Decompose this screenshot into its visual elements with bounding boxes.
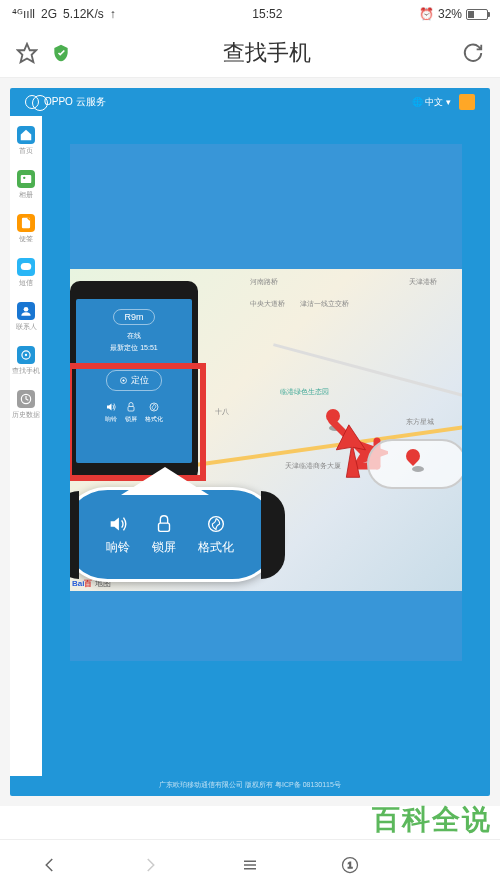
sidebar-label: 便签 <box>19 234 33 244</box>
map-label: 东方星城 <box>406 417 434 427</box>
note-icon <box>17 214 35 232</box>
contact-icon <box>17 302 35 320</box>
bottom-nav: 1 <box>0 839 500 889</box>
cloud-header: OPPO 云服务 🌐 中文 ▾ <box>10 88 490 116</box>
footer-block <box>70 591 462 661</box>
svg-point-5 <box>24 307 29 312</box>
sidebar-item-sms[interactable]: 短信 <box>17 258 35 288</box>
find-icon <box>17 346 35 364</box>
battery-icon <box>466 9 488 20</box>
zoom-action-format[interactable]: 格式化 <box>198 513 234 556</box>
sidebar-item-contact[interactable]: 联系人 <box>16 302 37 332</box>
signal-icon: ⁴ᴳııll <box>12 7 35 21</box>
sidebar-item-note[interactable]: 便签 <box>17 214 35 244</box>
map-label: 十八 <box>215 407 229 417</box>
photo-icon <box>17 170 35 188</box>
hero-block <box>70 144 462 269</box>
svg-rect-1 <box>21 175 32 183</box>
sidebar: 首页相册便签短信联系人查找手机历史数据 <box>10 116 42 776</box>
svg-marker-0 <box>18 43 36 61</box>
cloud-logo[interactable]: OPPO 云服务 <box>25 95 106 109</box>
callout-pointer <box>125 471 205 495</box>
refresh-icon[interactable] <box>461 41 485 65</box>
map-label: 河南路桥 <box>250 277 278 287</box>
menu-button[interactable] <box>235 850 265 880</box>
signal-type: 2G <box>41 7 57 21</box>
status-bar: ⁴ᴳııll 2G 5.12K/s ↑ 15:52 ⏰ 32% <box>0 0 500 28</box>
map-section[interactable]: 河南路桥 中央大道桥 津沽一线立交桥 天津港桥 临港绿色生态园 东方星城 天津临… <box>70 269 462 591</box>
svg-point-2 <box>23 177 25 179</box>
sound-icon <box>107 513 129 535</box>
alarm-icon: ⏰ <box>419 7 434 21</box>
sidebar-item-find[interactable]: 查找手机 <box>12 346 40 376</box>
zoom-action-sound[interactable]: 响铃 <box>106 513 130 556</box>
sidebar-label: 查找手机 <box>12 366 40 376</box>
sidebar-label: 历史数据 <box>12 410 40 420</box>
cloud-service-page: OPPO 云服务 🌐 中文 ▾ 首页相册便签短信联系人查找手机历史数据 河南路桥… <box>10 88 490 796</box>
map-label: 临港绿色生态园 <box>280 387 329 397</box>
map-label: 津沽一线立交桥 <box>300 299 349 309</box>
format-icon <box>205 513 227 535</box>
svg-text:1: 1 <box>347 860 352 870</box>
sidebar-item-history[interactable]: 历史数据 <box>12 390 40 420</box>
zoom-callout: 响铃锁屏格式化 <box>70 487 280 582</box>
back-button[interactable] <box>35 850 65 880</box>
map-label: 天津港桥 <box>409 277 437 287</box>
sidebar-item-home[interactable]: 首页 <box>17 126 35 156</box>
device-status: 在线 <box>127 331 141 341</box>
brand-text: OPPO 云服务 <box>44 95 106 109</box>
battery-pct: 32% <box>438 7 462 21</box>
bookmark-icon[interactable] <box>15 41 39 65</box>
language-selector[interactable]: 🌐 中文 ▾ <box>412 96 451 109</box>
sidebar-item-photo[interactable]: 相册 <box>17 170 35 200</box>
map-label: 中央大道桥 <box>250 299 285 309</box>
svg-point-7 <box>25 354 27 356</box>
infinity-icon <box>25 95 39 109</box>
home-icon <box>17 126 35 144</box>
zoom-action-lock[interactable]: 锁屏 <box>152 513 176 556</box>
browser-toolbar: 查找手机 <box>0 28 500 78</box>
history-icon <box>17 390 35 408</box>
lock-icon <box>153 513 175 535</box>
watermark-title: 百科全说 <box>372 801 492 839</box>
svg-rect-13 <box>159 523 170 531</box>
sidebar-label: 首页 <box>19 146 33 156</box>
main-content: 河南路桥 中央大道桥 津沽一线立交桥 天津港桥 临港绿色生态园 东方星城 天津临… <box>42 116 490 776</box>
sidebar-label: 相册 <box>19 190 33 200</box>
svg-rect-4 <box>21 263 32 270</box>
forward-button[interactable] <box>135 850 165 880</box>
copyright-footer: 广东欧珀移动通信有限公司 版权所有 粤ICP备 08130115号 <box>10 776 490 796</box>
device-name: R9m <box>113 309 154 325</box>
security-shield-icon[interactable] <box>49 41 73 65</box>
page-title: 查找手机 <box>83 38 451 68</box>
pin-shadow <box>412 466 424 472</box>
last-locate-time: 最新定位 15:51 <box>110 343 157 353</box>
highlight-box <box>70 363 206 481</box>
sms-icon <box>17 258 35 276</box>
tabs-button[interactable]: 1 <box>335 850 365 880</box>
sidebar-label: 短信 <box>19 278 33 288</box>
net-speed: 5.12K/s <box>63 7 104 21</box>
status-time: 15:52 <box>116 7 419 21</box>
content-area: OPPO 云服务 🌐 中文 ▾ 首页相册便签短信联系人查找手机历史数据 河南路桥… <box>0 78 500 806</box>
sidebar-label: 联系人 <box>16 322 37 332</box>
user-avatar[interactable] <box>459 94 475 110</box>
